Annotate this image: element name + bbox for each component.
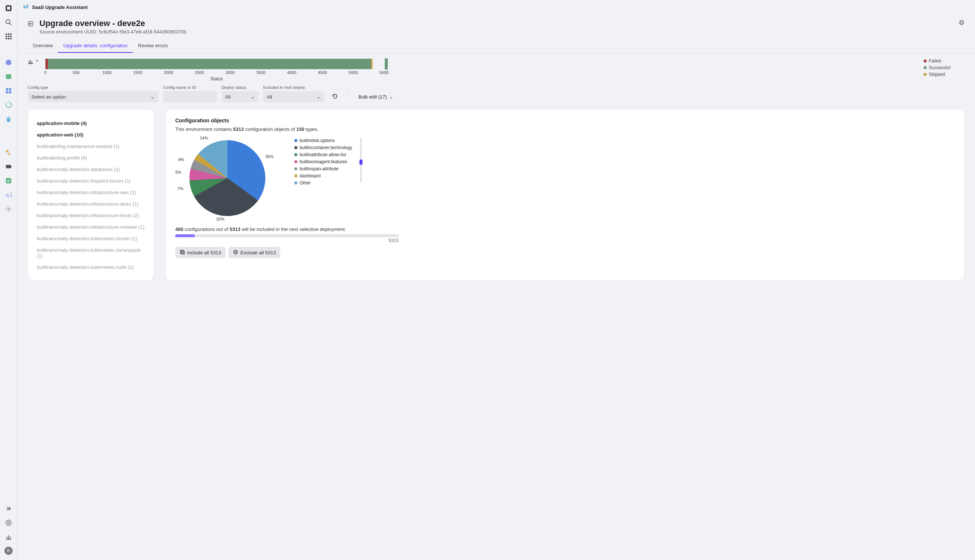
nav-spiral-icon[interactable]	[4, 100, 13, 109]
tab-review-errors[interactable]: Review errors	[133, 39, 173, 53]
axis-tick: 1000	[102, 70, 111, 75]
pie-legend-item: Other	[294, 180, 352, 185]
nav-check-icon[interactable]	[4, 176, 13, 185]
select-included-next[interactable]: All	[263, 91, 324, 102]
legend-scrollbar[interactable]	[360, 138, 362, 183]
settings-icon[interactable]: ⚙	[958, 18, 965, 27]
config-type-item[interactable]: builtinanomaly-detection.infrastructure-…	[30, 198, 151, 210]
panel-title: Configuration objects	[175, 118, 955, 123]
include-icon	[180, 250, 185, 256]
config-type-item[interactable]: application-mobile (4)	[30, 118, 151, 129]
tab-upgrade-details[interactable]: Upgrade details: configuration	[58, 39, 133, 53]
overall-bar	[385, 58, 388, 70]
logo-icon[interactable]	[4, 4, 13, 13]
config-type-item[interactable]: builtinanomaly-detection.databases (1)	[30, 163, 151, 175]
config-type-item[interactable]: builtinanomaly-detection.kubernetes.clus…	[30, 233, 151, 244]
config-type-item[interactable]: builtinalerting.maintenance-window (1)	[30, 140, 151, 152]
bulk-edit-button[interactable]: Bulk edit (17)⌄	[355, 91, 397, 102]
pie-label-35: 35%	[265, 154, 274, 159]
pie-label-14: 14%	[200, 136, 208, 140]
search-icon[interactable]	[4, 18, 13, 27]
config-type-item[interactable]: builtinanomaly-detection.kubernetes.name…	[30, 244, 151, 262]
svg-rect-4	[6, 33, 7, 35]
svg-rect-1	[7, 7, 10, 10]
svg-rect-6	[10, 33, 12, 35]
include-all-button[interactable]: Include all 5313	[175, 247, 226, 258]
config-type-item[interactable]: builtinanomaly-detection.infrastructure-…	[30, 187, 151, 198]
select-deploy-status[interactable]: All	[221, 91, 259, 102]
status-legend: FailedSuccessfulSkipped	[924, 58, 965, 77]
pie-legend-item: builtinattribute-allow-list	[294, 152, 352, 157]
pie-legend-item: builtindisk.options	[294, 138, 352, 143]
nav-gear-icon[interactable]	[4, 205, 13, 213]
axis-tick: 5000	[349, 70, 358, 75]
pie-label-5: 5%	[175, 170, 181, 174]
config-type-item[interactable]: builtinanomaly-detection.kubernetes.node…	[30, 262, 151, 273]
svg-rect-16	[6, 91, 8, 93]
exclude-icon	[233, 250, 238, 256]
tab-overview[interactable]: Overview	[28, 39, 58, 53]
nav-hand-icon[interactable]	[4, 115, 13, 123]
nav-chart-icon[interactable]	[4, 190, 13, 199]
svg-point-2	[6, 20, 10, 24]
svg-rect-15	[8, 88, 11, 90]
help-icon[interactable]	[4, 518, 13, 527]
analytics-icon[interactable]	[4, 532, 13, 542]
panel-summary: This environment contains 5313 configura…	[175, 127, 955, 132]
page-title: Upgrade overview - deve2e	[39, 18, 186, 28]
axis-tick: 5500	[380, 70, 388, 75]
config-types-list: application-mobile (4)application-web (1…	[28, 109, 154, 281]
axis-tick: 500	[73, 70, 80, 75]
svg-rect-11	[8, 38, 9, 39]
bar-segment-skipped	[371, 59, 373, 69]
pie-legend-item: builtinspan-attribute	[294, 166, 352, 172]
svg-rect-14	[6, 88, 8, 90]
axis-tick: 1500	[133, 70, 142, 75]
input-config-name[interactable]	[163, 91, 217, 102]
svg-rect-17	[8, 91, 11, 93]
apps-icon[interactable]	[4, 32, 13, 41]
config-type-item[interactable]: builtinanomaly-detection.frequent-issues…	[30, 175, 151, 187]
config-objects-panel: Configuration objects This environment c…	[165, 109, 965, 281]
config-type-item[interactable]: application-web (10)	[30, 129, 151, 140]
reset-filters-button[interactable]	[329, 90, 341, 102]
axis-tick: 3500	[256, 70, 265, 75]
collapse-icon[interactable]	[4, 504, 13, 513]
deploy-total-label: 5313	[175, 238, 398, 243]
axis-tick: 2500	[195, 70, 204, 75]
chart-toggle[interactable]: ⌃	[28, 58, 39, 65]
exclude-all-button[interactable]: Exclude all 5313	[229, 247, 280, 258]
page-subtitle: Source environment UUID: 5c6cf54c-5fe3-4…	[39, 29, 186, 35]
label-config-name: Config name or ID	[163, 85, 217, 90]
pie-legend-item: dashboard	[294, 173, 352, 178]
barchart-icon	[28, 58, 33, 65]
nav-window-icon[interactable]	[4, 72, 13, 81]
nav-grid-icon[interactable]	[4, 86, 13, 95]
svg-rect-10	[6, 38, 7, 39]
svg-rect-19	[6, 165, 11, 168]
nav-tag-icon[interactable]	[4, 162, 13, 171]
axis-tick: 3000	[226, 70, 234, 75]
svg-rect-7	[6, 36, 7, 37]
label-deploy-status: Deploy status	[221, 85, 259, 90]
config-type-item[interactable]: builtinalerting.profile (8)	[30, 152, 151, 163]
axis-label: Status	[45, 76, 388, 82]
topbar: SaaS Upgrade Assistant	[17, 0, 975, 14]
avatar[interactable]: R	[5, 547, 13, 555]
svg-rect-26	[181, 251, 184, 254]
legend-item: Failed	[924, 58, 965, 63]
svg-rect-5	[8, 33, 9, 35]
svg-point-18	[6, 150, 8, 152]
svg-rect-13	[6, 74, 11, 79]
config-type-item[interactable]: builtinanomaly-detection.infrastructure-…	[30, 221, 151, 233]
legend-item: Skipped	[924, 72, 965, 77]
deploy-progress-bar	[175, 234, 398, 237]
nav-cube-icon[interactable]	[4, 58, 13, 67]
select-config-type[interactable]: Select an option	[28, 91, 159, 102]
svg-line-3	[9, 23, 11, 25]
axis-tick: 2000	[164, 70, 173, 75]
legend-item: Successful	[924, 65, 965, 70]
app-title: SaaS Upgrade Assistant	[32, 5, 88, 10]
nav-key-icon[interactable]	[4, 148, 13, 157]
config-type-item[interactable]: builtinanomaly-detection.infrastructure-…	[30, 210, 151, 221]
